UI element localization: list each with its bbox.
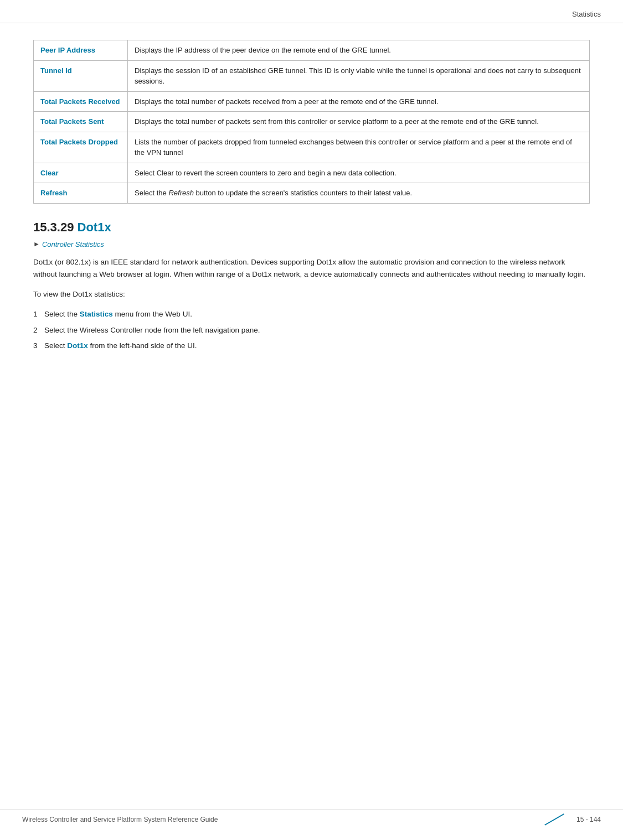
step-number-2: 3 <box>33 340 38 352</box>
section-number: 15.3.29 <box>33 220 74 234</box>
table-def-2: Displays the total number of packets rec… <box>128 91 590 112</box>
table-row: Total Packets ReceivedDisplays the total… <box>34 91 590 112</box>
table-row: RefreshSelect the Refresh button to upda… <box>34 183 590 204</box>
info-table: Peer IP AddressDisplays the IP address o… <box>33 40 590 204</box>
table-def-6: Select the Refresh button to update the … <box>128 183 590 204</box>
footer-right: 15 - 144 <box>543 816 601 823</box>
table-def-4: Lists the number of packets dropped from… <box>128 132 590 163</box>
table-term-4: Total Packets Dropped <box>34 132 128 163</box>
steps-list: 1Select the Statistics menu from the Web… <box>33 308 590 352</box>
table-term-1: Tunnel Id <box>34 60 128 91</box>
page-content: Peer IP AddressDisplays the IP address o… <box>0 23 623 400</box>
page-header: Statistics <box>0 0 623 23</box>
table-row: Peer IP AddressDisplays the IP address o… <box>34 40 590 61</box>
table-def-0: Displays the IP address of the peer devi… <box>128 40 590 61</box>
sub-heading: ► Controller Statistics <box>33 240 590 248</box>
step-highlight-2: Dot1x <box>67 341 88 350</box>
step-item-2: 3Select Dot1x from the left-hand side of… <box>33 340 590 352</box>
table-row: ClearSelect Clear to revert the screen c… <box>34 163 590 183</box>
page-footer: Wireless Controller and Service Platform… <box>0 810 623 829</box>
table-def-5: Select Clear to revert the screen counte… <box>128 163 590 183</box>
footer-page-number: 15 - 144 <box>576 816 601 823</box>
step-item-1: 2Select the Wireless Controller node fro… <box>33 324 590 336</box>
section-heading: 15.3.29 Dot1x <box>33 220 590 235</box>
step-number-1: 2 <box>33 324 38 336</box>
step-item-0: 1Select the Statistics menu from the Web… <box>33 308 590 320</box>
table-row: Total Packets DroppedLists the number of… <box>34 132 590 163</box>
table-term-2: Total Packets Received <box>34 91 128 112</box>
table-row: Tunnel IdDisplays the session ID of an e… <box>34 60 590 91</box>
sub-heading-arrow-icon: ► <box>33 240 40 248</box>
header-title: Statistics <box>572 10 601 18</box>
table-term-6: Refresh <box>34 183 128 204</box>
footer-left-text: Wireless Controller and Service Platform… <box>22 816 218 823</box>
step-highlight-0: Statistics <box>80 310 113 318</box>
table-def-3: Displays the total number of packets sen… <box>128 112 590 132</box>
table-term-5: Clear <box>34 163 128 183</box>
body-text: Dot1x (or 802.1x) is an IEEE standard fo… <box>33 256 590 281</box>
table-term-3: Total Packets Sent <box>34 112 128 132</box>
table-def-1: Displays the session ID of an establishe… <box>128 60 590 91</box>
table-row: Total Packets SentDisplays the total num… <box>34 112 590 132</box>
section-title-highlighted: Dot1x <box>78 220 111 234</box>
table-term-0: Peer IP Address <box>34 40 128 61</box>
sub-heading-text: Controller Statistics <box>42 240 104 248</box>
footer-divider-icon <box>544 813 564 826</box>
steps-intro: To view the Dot1x statistics: <box>33 288 590 300</box>
step-number-0: 1 <box>33 308 38 320</box>
